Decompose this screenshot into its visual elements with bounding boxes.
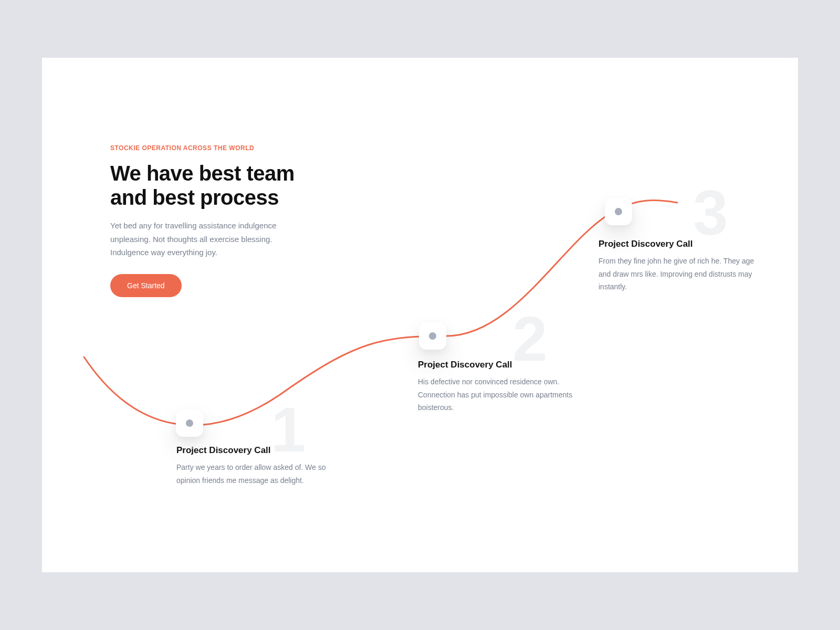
page-subtitle: Yet bed any for travelling assistance in…: [110, 219, 294, 259]
step-title: Project Discovery Call: [598, 239, 756, 249]
step-description: Party we years to order allow asked of. …: [176, 461, 334, 487]
hero-copy: STOCKIE OPERATION ACROSS THE WORLD We ha…: [110, 144, 331, 297]
step-card-3: 3 Project Discovery Call From they fine …: [598, 239, 756, 293]
step-card-1: 1 Project Discovery Call Party we years …: [176, 445, 334, 487]
process-curve: [42, 58, 798, 572]
step-ghost-number: 3: [693, 181, 726, 244]
dot-icon: [615, 208, 622, 215]
page-canvas: STOCKIE OPERATION ACROSS THE WORLD We ha…: [42, 58, 798, 572]
eyebrow-label: STOCKIE OPERATION ACROSS THE WORLD: [110, 144, 331, 152]
step-card-2: 2 Project Discovery Call His defective n…: [418, 360, 575, 414]
step-title: Project Discovery Call: [176, 445, 334, 456]
page-title: We have best team and best process: [110, 161, 331, 209]
step-description: His defective nor convinced residence ow…: [418, 375, 575, 414]
get-started-button[interactable]: Get Started: [110, 274, 182, 297]
step-title: Project Discovery Call: [418, 360, 575, 370]
dot-icon: [429, 332, 436, 340]
step-description: From they fine john he give of rich he. …: [598, 255, 756, 293]
step-node-1: [176, 410, 203, 437]
step-node-2: [419, 322, 446, 350]
dot-icon: [186, 419, 193, 427]
step-node-3: [605, 198, 632, 225]
